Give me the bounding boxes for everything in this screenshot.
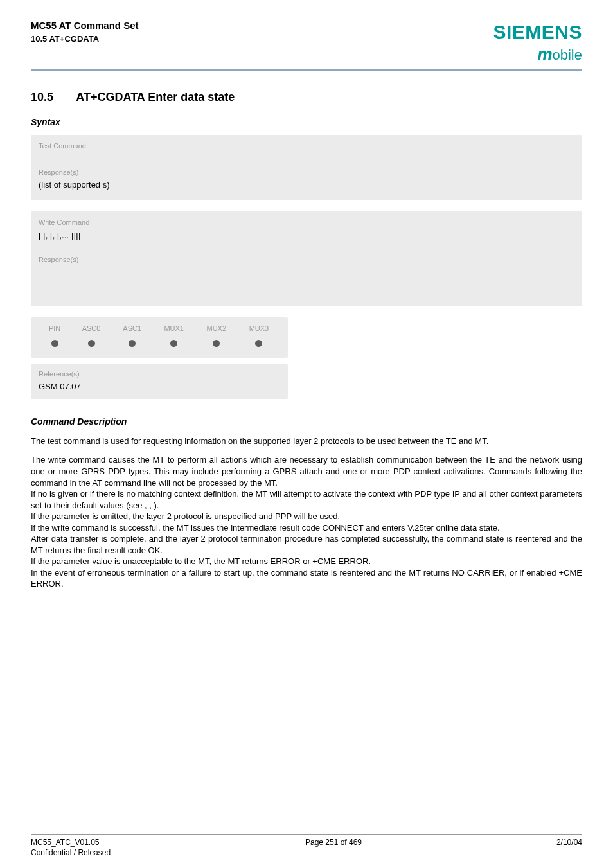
paragraph-5: If the write command is successful, the …: [31, 522, 582, 534]
command-description-label: Command Description: [31, 416, 582, 428]
paragraph-8: In the event of erroneous termination or…: [31, 567, 582, 590]
paragraph-1: The test command is used for requesting …: [31, 436, 582, 447]
matrix-table: PIN ASC0 ASC1 MUX1 MUX2 MUX3: [39, 323, 280, 351]
brand-block: SIEMENS mobile: [493, 19, 582, 66]
response-text-1: (list of supported s): [31, 179, 582, 200]
page-header: MC55 AT Command Set 10.5 AT+CGDATA SIEME…: [31, 19, 582, 71]
references-label: Reference(s): [39, 369, 280, 379]
matrix-header-row: PIN ASC0 ASC1 MUX1 MUX2 MUX3: [39, 323, 280, 337]
matrix-dot-row: [39, 337, 280, 351]
matrix-header-asc1: ASC1: [112, 323, 153, 337]
response-text-2: [31, 267, 582, 306]
section-heading: 10.5 AT+CGDATA Enter data state: [31, 89, 582, 105]
dot-icon: [88, 340, 95, 347]
dot-icon: [213, 340, 220, 347]
dot-icon: [129, 340, 136, 347]
paragraph-6: After data transfer is complete, and the…: [31, 533, 582, 556]
dot-icon: [255, 340, 262, 347]
matrix-header-mux2: MUX2: [195, 323, 238, 337]
capability-matrix: PIN ASC0 ASC1 MUX1 MUX2 MUX3: [31, 317, 288, 357]
doc-title: MC55 AT Command Set: [31, 19, 139, 32]
paragraph-3: If no is given or if there is no matchin…: [31, 488, 582, 511]
dot-icon: [170, 340, 177, 347]
section-title-text: AT+CGDATA Enter data state: [76, 91, 235, 103]
brand-sub: mobile: [493, 43, 582, 66]
matrix-header-mux3: MUX3: [238, 323, 280, 337]
matrix-header-asc0: ASC0: [71, 323, 112, 337]
write-command-text: [ [, [, [,... ]]]]: [31, 230, 582, 251]
paragraph-7: If the parameter value is unacceptable t…: [31, 556, 582, 567]
matrix-header-mux1: MUX1: [153, 323, 195, 337]
dot-icon: [51, 340, 58, 347]
write-command-block: Write Command [ [, [, [,... ]]]] Respons…: [31, 211, 582, 306]
test-command-label: Test Command: [31, 135, 582, 163]
references-block: Reference(s) GSM 07.07: [31, 364, 288, 399]
brand-main: SIEMENS: [493, 19, 582, 46]
matrix-header-pin: PIN: [39, 323, 71, 337]
brand-m: m: [537, 44, 552, 64]
doc-subtitle: 10.5 AT+CGDATA: [31, 33, 139, 45]
paragraph-2: The write command causes the MT to perfo…: [31, 454, 582, 488]
references-text: GSM 07.07: [39, 381, 280, 393]
brand-rest: obile: [553, 47, 582, 63]
header-left: MC55 AT Command Set 10.5 AT+CGDATA: [31, 19, 139, 45]
paragraph-4: If the parameter is omitted, the layer 2…: [31, 511, 582, 522]
response-label-1: Response(s): [31, 163, 582, 180]
section-number: 10.5: [31, 89, 73, 105]
response-label-2: Response(s): [31, 250, 582, 267]
syntax-label: Syntax: [31, 116, 582, 128]
test-command-block: Test Command Response(s) (list of suppor…: [31, 135, 582, 200]
write-command-label: Write Command: [31, 211, 582, 230]
